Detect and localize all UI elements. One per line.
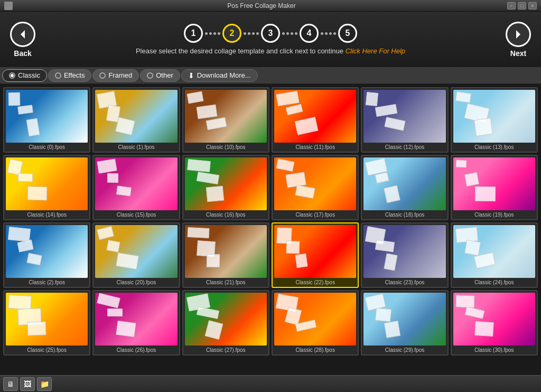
app-title: Pos Free Collage Maker <box>16 2 507 10</box>
tab-download-label: Download More... <box>197 71 251 79</box>
hint-text: Please select the desired collage templa… <box>136 47 343 55</box>
template-item[interactable]: Classic (23).fpos <box>361 222 448 288</box>
template-thumbnail <box>363 157 445 210</box>
template-item[interactable]: Classic (16).fpos <box>182 155 269 220</box>
template-thumbnail <box>185 90 267 143</box>
download-icon: ⬇ <box>188 71 194 80</box>
radio-other <box>147 72 153 79</box>
template-thumbnail <box>95 293 177 346</box>
template-preview <box>6 90 88 143</box>
next-arrow-icon <box>506 22 531 47</box>
radio-classic <box>9 72 15 79</box>
template-thumbnail <box>274 157 356 210</box>
template-label: Classic (25).fpos <box>6 347 88 353</box>
dot <box>291 32 293 35</box>
minimize-button[interactable]: − <box>507 2 516 10</box>
template-label: Classic (22).fpos <box>274 279 356 285</box>
step-dots-2-3 <box>244 32 259 35</box>
template-item[interactable]: Classic (29).fpos <box>361 290 448 356</box>
template-item[interactable]: Classic (24).fpos <box>451 222 538 288</box>
template-item[interactable]: Classic (27).fpos <box>182 290 269 356</box>
template-item[interactable]: Classic (10).fpos <box>182 87 269 153</box>
template-thumbnail <box>95 157 177 210</box>
template-preview <box>6 157 88 210</box>
template-preview <box>6 293 88 346</box>
dot <box>252 32 255 35</box>
template-label: Classic (23).fpos <box>363 279 445 285</box>
template-thumbnail <box>6 225 88 278</box>
template-label: Classic (24).fpos <box>453 279 535 285</box>
template-item[interactable]: Classic (26).fpos <box>92 290 180 356</box>
template-preview <box>95 90 177 143</box>
template-item[interactable]: Classic (13).fpos <box>451 87 538 153</box>
step-dots-4-5 <box>321 32 336 35</box>
template-preview <box>185 157 267 210</box>
tab-classic[interactable]: Classic <box>2 69 47 82</box>
taskbar-button-1[interactable]: 🖥 <box>3 377 18 391</box>
next-button[interactable]: Next <box>500 18 537 61</box>
template-item[interactable]: Classic (30).fpos <box>451 290 538 356</box>
taskbar-button-3[interactable]: 📁 <box>37 377 52 391</box>
template-preview <box>274 157 356 210</box>
template-preview <box>453 225 535 278</box>
template-item[interactable]: Classic (22).fpos <box>272 222 359 288</box>
header: Back 1 2 3 4 5 <box>0 12 541 67</box>
template-item[interactable]: Classic (28).fpos <box>272 290 359 356</box>
template-gallery[interactable]: Classic (0).fposClassic (1).fposClassic … <box>0 84 541 375</box>
template-label: Classic (29).fpos <box>363 347 445 353</box>
titlebar: Pos Free Collage Maker − □ × <box>0 0 541 12</box>
template-thumbnail <box>453 157 535 210</box>
template-thumbnail <box>274 293 356 346</box>
template-item[interactable]: Classic (12).fpos <box>361 87 448 153</box>
template-label: Classic (16).fpos <box>185 212 267 218</box>
template-item[interactable]: Classic (14).fpos <box>3 155 90 220</box>
radio-effects <box>55 72 61 79</box>
template-item[interactable]: Classic (20).fpos <box>92 222 180 288</box>
template-item[interactable]: Classic (21).fpos <box>182 222 269 288</box>
step-4: 4 <box>300 24 319 43</box>
template-preview <box>363 90 445 143</box>
back-button[interactable]: Back <box>4 18 41 61</box>
template-label: Classic (15).fpos <box>95 212 177 218</box>
template-item[interactable]: Classic (25).fpos <box>3 290 90 356</box>
header-hint: Please select the desired collage templa… <box>136 47 405 55</box>
template-thumbnail <box>95 225 177 278</box>
template-preview <box>363 293 445 346</box>
template-thumbnail <box>6 157 88 210</box>
template-thumbnail <box>185 225 267 278</box>
template-item[interactable]: Classic (15).fpos <box>92 155 180 220</box>
template-label: Classic (28).fpos <box>274 347 356 353</box>
template-thumbnail <box>95 90 177 143</box>
template-item[interactable]: Classic (17).fpos <box>272 155 359 220</box>
template-preview <box>95 225 177 278</box>
template-label: Classic (26).fpos <box>95 347 177 353</box>
tab-download[interactable]: ⬇ Download More... <box>181 69 258 82</box>
template-preview <box>274 225 356 278</box>
restore-button[interactable]: □ <box>518 2 526 10</box>
taskbar-button-2[interactable]: 🖼 <box>20 377 35 391</box>
dot <box>333 32 336 35</box>
dot <box>244 32 246 35</box>
dot <box>282 32 285 35</box>
template-item[interactable]: Classic (0).fpos <box>3 87 90 153</box>
dot <box>325 32 328 35</box>
svg-marker-0 <box>21 30 25 39</box>
step-indicators: 1 2 3 4 5 <box>184 24 357 43</box>
tab-effects[interactable]: Effects <box>48 69 92 82</box>
help-link[interactable]: Click Here For Help <box>346 47 405 55</box>
svg-marker-1 <box>516 30 520 39</box>
template-item[interactable]: Classic (1).fpos <box>92 87 180 153</box>
template-thumbnail <box>363 90 445 143</box>
template-item[interactable]: Classic (2).fpos <box>3 222 90 288</box>
tab-framed[interactable]: Framed <box>92 69 139 82</box>
template-thumbnail <box>453 293 535 346</box>
template-item[interactable]: Classic (11).fpos <box>272 87 359 153</box>
back-label: Back <box>14 49 31 58</box>
template-item[interactable]: Classic (19).fpos <box>451 155 538 220</box>
template-item[interactable]: Classic (18).fpos <box>361 155 448 220</box>
template-label: Classic (18).fpos <box>363 212 445 218</box>
template-preview <box>363 157 445 210</box>
template-preview <box>453 90 535 143</box>
tab-other[interactable]: Other <box>140 69 180 82</box>
close-button[interactable]: × <box>528 2 537 10</box>
